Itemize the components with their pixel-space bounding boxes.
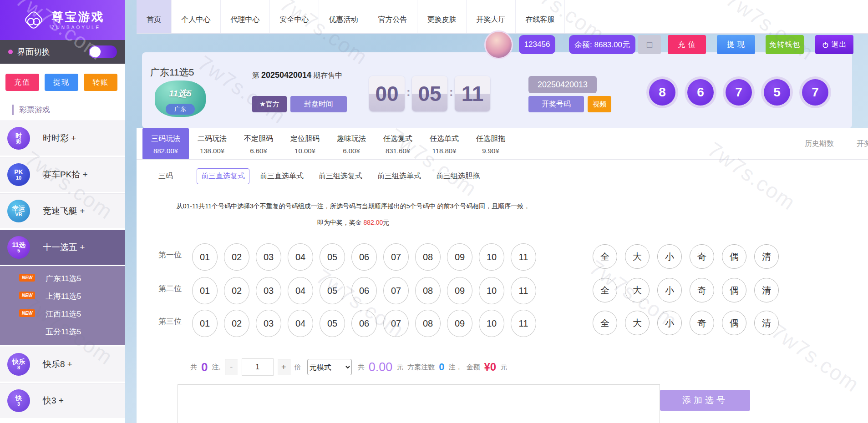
submenu-item-wufen[interactable]: 五分11选5 [0,323,125,341]
play-method-tab[interactable]: 任选胆拖 9.90¥ [467,128,514,159]
number-ball[interactable]: 07 [383,243,409,271]
nav-item[interactable]: 代理中心 [221,0,270,33]
video-button[interactable]: 视频 [588,96,611,112]
quick-select-button[interactable]: 小 [657,278,682,302]
avatar[interactable] [484,30,513,59]
number-ball[interactable]: 03 [256,243,281,271]
multiplier-plus-button[interactable]: + [278,359,290,375]
number-ball[interactable]: 09 [447,243,472,271]
play-method-tab[interactable]: 不定胆码 6.60¥ [235,128,282,159]
sub-method-chip[interactable]: 前三组选胆拖 [431,168,484,184]
number-ball[interactable]: 04 [288,310,313,337]
quick-select-button[interactable]: 全 [593,244,617,269]
number-ball[interactable]: 09 [447,277,472,304]
withdraw-top-button[interactable]: 提 现 [717,35,755,54]
nav-item[interactable]: 更换皮肤 [417,0,467,33]
number-ball[interactable]: 10 [479,310,504,337]
selection-box[interactable] [178,384,660,423]
quick-select-button[interactable]: 偶 [722,311,746,335]
sidebar-item-pk10[interactable]: PK 10 赛车PK拾 + [0,157,125,192]
transfer-button[interactable]: 转账 [84,74,117,91]
add-selection-button[interactable]: 添加选号 [660,390,750,411]
number-ball[interactable]: 01 [192,277,218,304]
deposit-button[interactable]: 充值 [5,74,39,91]
number-ball[interactable]: 05 [320,310,345,337]
number-ball[interactable]: 08 [415,310,441,337]
nav-item[interactable]: 在线客服 [516,0,565,33]
number-ball[interactable]: 05 [320,243,345,271]
number-ball[interactable]: 09 [447,310,472,337]
quick-select-button[interactable]: 清 [754,244,779,269]
number-ball[interactable]: 01 [192,243,218,271]
multiplier-minus-button[interactable]: - [225,359,238,375]
play-method-tab[interactable]: 三码玩法 882.00¥ [142,128,189,159]
quick-select-button[interactable]: 小 [657,244,682,269]
number-ball[interactable]: 05 [320,277,345,304]
play-method-tab[interactable]: 定位胆码 10.00¥ [282,128,328,159]
sub-method-chip[interactable]: 前三直选复式 [197,168,249,184]
number-ball[interactable]: 03 [256,310,281,337]
quick-select-button[interactable]: 偶 [722,278,746,302]
nav-item[interactable]: 官方公告 [368,0,417,33]
number-ball[interactable]: 06 [351,277,377,304]
quick-select-button[interactable]: 清 [754,311,779,335]
refresh-balance-button[interactable]: □ [638,35,661,54]
number-ball[interactable]: 02 [224,310,249,337]
quick-select-button[interactable]: 奇 [690,278,714,302]
sidebar-item-feiting[interactable]: 幸运 VR 竞速飞艇 + [0,193,125,228]
quick-select-button[interactable]: 小 [657,311,682,335]
nav-item[interactable]: 优惠活动 [319,0,368,33]
quick-select-button[interactable]: 清 [754,278,779,302]
number-ball[interactable]: 07 [383,277,409,304]
quick-select-button[interactable]: 大 [625,244,650,269]
logout-button[interactable]: 退出 [815,35,853,54]
sub-method-chip[interactable]: 前三组选复式 [314,168,367,184]
sidebar-item-11x5[interactable]: 11选 5 十一选五 + [0,230,125,265]
nav-item[interactable]: 个人中心 [172,0,221,33]
number-ball[interactable]: 04 [288,277,313,304]
official-badge[interactable]: ★官方 [252,96,287,112]
quick-select-button[interactable]: 大 [625,278,650,302]
number-ball[interactable]: 06 [351,243,377,271]
number-ball[interactable]: 07 [383,310,409,337]
number-ball[interactable]: 10 [479,243,504,271]
free-wallet-button[interactable]: 免转钱包 [766,35,804,54]
sidebar-item-shishicai[interactable]: 时 彩 时时彩 + [0,121,125,156]
number-ball[interactable]: 06 [351,310,377,337]
number-ball[interactable]: 02 [224,243,249,271]
quick-select-button[interactable]: 偶 [722,244,746,269]
withdraw-button[interactable]: 提现 [45,74,78,91]
skin-toggle[interactable] [89,45,117,58]
sidebar-item-kuai3[interactable]: 快 3 快3 + [0,383,125,418]
submenu-item-shanghai[interactable]: NEW 上海11选5 [0,287,125,305]
number-ball[interactable]: 11 [511,243,536,271]
recharge-button[interactable]: 充 值 [668,35,706,54]
number-ball[interactable]: 04 [288,243,313,271]
sidebar-item-kuaile8[interactable]: 快乐 8 快乐8 + [0,347,125,382]
play-method-tab[interactable]: 二码玩法 138.00¥ [189,128,235,159]
play-method-tab[interactable]: 趣味玩法 6.00¥ [328,128,375,159]
sub-method-chip[interactable]: 前三直选单式 [255,168,308,184]
nav-item[interactable]: 开奖大厅 [467,0,516,33]
money-mode-select[interactable]: 元模式 [307,359,352,375]
number-ball[interactable]: 11 [511,277,536,304]
number-ball[interactable]: 11 [511,310,536,337]
quick-select-button[interactable]: 大 [625,311,650,335]
number-ball[interactable]: 01 [192,310,218,337]
play-method-tab[interactable]: 任选单式 118.80¥ [421,128,467,159]
quick-select-button[interactable]: 奇 [690,244,714,269]
play-method-tab[interactable]: 任选复式 831.60¥ [375,128,421,159]
nav-item[interactable]: 首页 [137,0,172,33]
quick-select-button[interactable]: 奇 [690,311,714,335]
number-ball[interactable]: 02 [224,277,249,304]
nav-item[interactable]: 安全中心 [270,0,319,33]
number-ball[interactable]: 08 [415,243,441,271]
sub-method-chip[interactable]: 前三组选单式 [373,168,426,184]
number-ball[interactable]: 03 [256,277,281,304]
submenu-item-jiangxi[interactable]: NEW 江西11选5 [0,305,125,323]
multiplier-input[interactable] [242,358,274,376]
number-ball[interactable]: 08 [415,277,441,304]
quick-select-button[interactable]: 全 [593,278,617,302]
number-ball[interactable]: 10 [479,277,504,304]
quick-select-button[interactable]: 全 [593,311,617,335]
